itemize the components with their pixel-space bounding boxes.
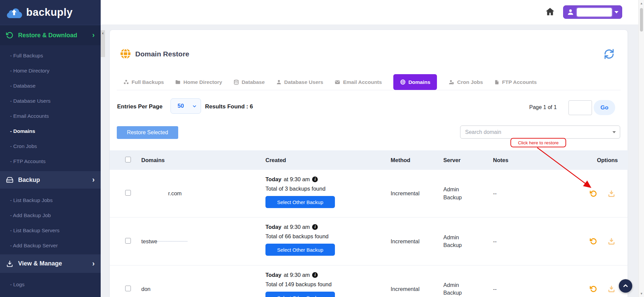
select-all-checkbox[interactable]: [125, 157, 131, 162]
sidebar-item-home-directory[interactable]: - Home Directory: [0, 63, 101, 78]
tab-label: Database: [242, 79, 265, 85]
domain-cell: r.com: [141, 190, 265, 197]
sidebar-item-list-backup-servers[interactable]: - List Backup Servers: [0, 223, 101, 238]
created-cell: Today at 9:30 am Total of 66 backups fou…: [265, 217, 391, 265]
domain-name: r.com: [168, 190, 182, 197]
sidebar-item-database[interactable]: - Database: [0, 78, 101, 93]
folder-icon: [175, 80, 181, 85]
envelope-icon: [335, 80, 340, 85]
tab-database-users[interactable]: Database Users: [276, 74, 323, 90]
notes-cell: --: [493, 190, 590, 197]
domain-restore-card: Domain Restore Full Backups Home Directo…: [109, 30, 628, 297]
search-domain-input[interactable]: [460, 129, 612, 135]
tab-email-accounts[interactable]: Email Accounts: [335, 74, 382, 90]
tab-home-directory[interactable]: Home Directory: [175, 74, 222, 90]
tab-cron-jobs[interactable]: Cron Jobs: [448, 74, 483, 90]
method-cell: Incremental: [391, 190, 443, 197]
restore-selected-button[interactable]: Restore Selected: [117, 126, 178, 139]
sidebar-item-domains[interactable]: - Domains: [0, 123, 101, 139]
sidebar-item-add-backup-job[interactable]: - Add Backup Job: [0, 208, 101, 223]
restore-icon[interactable]: [590, 238, 597, 245]
select-other-backup-button[interactable]: Select Other Backup: [265, 244, 335, 256]
refresh-icon[interactable]: [604, 49, 614, 59]
restore-icon: [6, 32, 13, 39]
globe-icon: [120, 48, 131, 59]
info-icon[interactable]: [312, 272, 318, 278]
sidebar-section-backup[interactable]: Backup: [0, 171, 101, 189]
column-header-domains: Domains: [141, 157, 265, 163]
page-title: Domain Restore: [135, 50, 189, 58]
sidebar-collapse-handle[interactable]: [101, 30, 105, 57]
sidebar-item-cron-jobs[interactable]: - Cron Jobs: [0, 139, 101, 154]
created-cell: Today at 9:30 am Total of 3 backups foun…: [265, 170, 391, 217]
redacted-domain-part: [151, 286, 174, 292]
domain-name: testwe: [141, 238, 157, 245]
row-checkbox[interactable]: [125, 286, 131, 291]
options-cell: [590, 238, 615, 245]
home-icon[interactable]: [544, 6, 556, 17]
domain-cell: testwe: [141, 238, 265, 245]
column-header-method: Method: [391, 157, 443, 163]
search-domain-combobox[interactable]: [460, 126, 620, 139]
select-other-backup-button[interactable]: Select Other Backup: [265, 292, 335, 297]
sidebar-item-list-backup-jobs[interactable]: - List Backup Jobs: [0, 193, 101, 208]
tab-label: Cron Jobs: [457, 79, 483, 85]
chevron-up-icon: [622, 283, 629, 289]
sidebar-item-add-backup-server[interactable]: - Add Backup Server: [0, 238, 101, 253]
select-other-backup-button[interactable]: Select Other Backup: [265, 196, 335, 208]
row-checkbox[interactable]: [125, 190, 131, 196]
go-button[interactable]: Go: [594, 100, 615, 115]
sidebar-section-label: Backup: [18, 177, 92, 184]
download-icon[interactable]: [608, 190, 615, 197]
page-number-input[interactable]: [568, 100, 592, 115]
brand-name: backuply: [26, 6, 72, 18]
scrollbar-thumb[interactable]: [640, 8, 643, 32]
page-scrollbar[interactable]: ▲ ▼: [638, 0, 644, 297]
created-time: at 9:30 am: [284, 272, 310, 278]
tab-label: Home Directory: [183, 79, 222, 85]
method-cell: Incremental: [391, 286, 443, 292]
entries-per-page-select[interactable]: 50: [170, 98, 201, 114]
sidebar-section-view-manage[interactable]: View & Manage: [0, 254, 101, 273]
restore-icon[interactable]: [590, 190, 597, 197]
sidebar-item-full-backups[interactable]: - Full Backups: [0, 48, 101, 63]
notes-cell: --: [493, 286, 590, 292]
chevron-down-icon: [192, 104, 197, 108]
row-checkbox[interactable]: [125, 238, 131, 244]
download-icon[interactable]: [608, 285, 615, 293]
sidebar-item-database-users[interactable]: - Database Users: [0, 93, 101, 108]
user-icon: [276, 80, 282, 85]
restore-tabs: Full Backups Home Directory Database Dat…: [123, 74, 537, 90]
cubes-icon: [123, 80, 129, 85]
download-icon: [6, 260, 13, 267]
file-icon: [494, 80, 499, 85]
sidebar-item-email-accounts[interactable]: - Email Accounts: [0, 108, 101, 123]
options-cell: [590, 285, 615, 293]
chevron-right-icon: [92, 176, 95, 184]
sidebar-item-logs[interactable]: - Logs: [0, 277, 101, 292]
brand-logo[interactable]: backuply: [0, 0, 101, 25]
tab-full-backups[interactable]: Full Backups: [123, 74, 164, 90]
domain-cell: don: [141, 286, 265, 292]
info-icon[interactable]: [312, 177, 318, 182]
hard-drive-icon: [6, 176, 13, 184]
tab-domains[interactable]: Domains: [393, 74, 437, 90]
info-icon[interactable]: [312, 224, 318, 230]
tabs-divider: [117, 90, 621, 90]
download-icon[interactable]: [608, 238, 615, 245]
tab-ftp-accounts[interactable]: FTP Accounts: [494, 74, 537, 90]
sidebar-section-restore-download[interactable]: Restore & Download: [0, 25, 101, 45]
tab-database[interactable]: Database: [234, 74, 265, 90]
restore-icon[interactable]: [590, 285, 597, 293]
scrollbar-up-icon[interactable]: ▲: [639, 1, 644, 6]
entries-value: 50: [178, 103, 192, 109]
scroll-to-top-button[interactable]: [619, 279, 632, 293]
scrollbar-down-icon[interactable]: ▼: [639, 291, 644, 296]
user-menu-button[interactable]: [563, 5, 622, 19]
sidebar-item-ftp-accounts[interactable]: - FTP Accounts: [0, 154, 101, 169]
table-header-row: Domains Created Method Server Notes Opti…: [110, 150, 628, 170]
redacted-domain-part: [157, 238, 188, 244]
entries-per-page-label: Entries Per Page: [117, 101, 162, 112]
chevron-right-icon: [92, 31, 95, 40]
tab-label: Domains: [408, 79, 430, 85]
